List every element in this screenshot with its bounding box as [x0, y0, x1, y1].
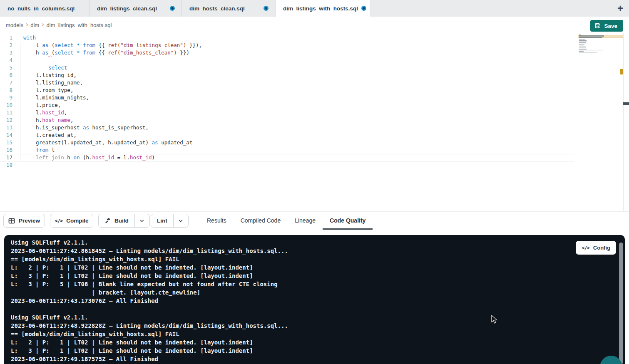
save-button[interactable]: Save [590, 20, 623, 32]
code-text: h.host_name, [12, 116, 73, 124]
minimap-row [578, 49, 623, 50]
minimap-row [578, 52, 623, 53]
code-tag-icon: </> [582, 245, 589, 251]
line-number: 6 [0, 72, 12, 79]
code-line-6[interactable]: 6 l.listing_id, [0, 72, 574, 79]
indent-guide [20, 42, 20, 161]
code-text: l as (select * from {{ ref("dim_listings… [12, 42, 202, 49]
panel-tab-bar: Results Compiled Code Lineage Code Quali… [200, 211, 373, 230]
code-line-10[interactable]: 10 l.price, [0, 102, 574, 109]
tab-compiled-code[interactable]: Compiled Code [234, 211, 288, 230]
line-number: 13 [0, 124, 12, 131]
lint-button[interactable]: Lint [151, 214, 173, 227]
tab-label: dim_listings_clean.sql [97, 5, 157, 12]
code-line-9[interactable]: 9 l.minimum_nights, [0, 94, 574, 102]
code-line-7[interactable]: 7 l.listing_name, [0, 79, 574, 87]
code-line-2[interactable]: 2 l as (select * from {{ ref("dim_listin… [0, 42, 574, 49]
code-text: left join h on (h.host_id = l.host_id) [12, 154, 155, 161]
tab-label: dim_hosts_clean.sql [189, 5, 245, 12]
line-number: 4 [0, 57, 12, 64]
preview-button[interactable]: Preview [3, 214, 45, 228]
compile-button[interactable]: </> Compile [50, 214, 93, 228]
code-text: l.room_type, [12, 87, 73, 94]
panel-tab-label: Compiled Code [241, 217, 281, 224]
preview-button-label: Preview [19, 218, 40, 224]
overview-ruler-cursor-marker[interactable] [623, 102, 629, 105]
tab-label: dim_listings_with_hosts.sql [283, 5, 358, 12]
code-line-15[interactable]: 15 greatest(l.updated_at, h.updated_at) … [0, 139, 574, 146]
build-options-button[interactable] [134, 214, 149, 227]
unsaved-changes-dot-icon [361, 6, 366, 11]
tab-dim-listings-clean[interactable]: dim_listings_clean.sql [90, 0, 182, 17]
code-line-11[interactable]: 11 l.host_id, [0, 109, 574, 116]
minimap-row [578, 35, 623, 37]
lint-options-button[interactable] [173, 214, 188, 227]
terminal-output-text: Using SQLFluff v2.1.1. 2023-06-06T11:27:… [11, 238, 288, 363]
new-tab-button[interactable]: + [614, 2, 627, 15]
minimap-row [578, 42, 623, 42]
code-text [12, 57, 23, 64]
lint-split-button: Lint [151, 214, 189, 228]
unsaved-changes-dot-icon [170, 6, 175, 11]
tab-no-nulls-in-columns[interactable]: no_nulls_in_columns.sql [0, 0, 90, 17]
overview-ruler-error-marker[interactable] [620, 69, 623, 74]
breadcrumb-segment-file: dim_listings_with_hosts.sql [47, 22, 112, 28]
code-text: with [12, 34, 36, 42]
minimap-row [578, 40, 623, 41]
line-number: 7 [0, 79, 12, 87]
tab-lineage[interactable]: Lineage [288, 211, 323, 230]
code-line-3[interactable]: 3 h as (select * from {{ ref("dim_hosts_… [0, 49, 574, 57]
minimap[interactable] [578, 35, 623, 54]
code-text: l.listing_name, [12, 79, 83, 87]
build-button[interactable]: Build [99, 214, 134, 227]
unsaved-changes-dot-icon [264, 6, 269, 11]
code-text: select [12, 64, 67, 72]
file-tab-bar: no_nulls_in_columns.sql dim_listings_cle… [0, 0, 629, 17]
code-line-18[interactable]: 18 [0, 161, 574, 169]
minimap-row [578, 35, 623, 35]
chevron-right-icon: › [42, 21, 44, 28]
chevron-right-icon: › [26, 21, 28, 28]
config-button-label: Config [593, 245, 610, 251]
terminal-scrollbar[interactable] [619, 243, 623, 364]
code-line-8[interactable]: 8 l.room_type, [0, 87, 574, 94]
minimap-row [578, 37, 623, 38]
code-line-5[interactable]: 5 select [0, 64, 574, 72]
code-text [12, 161, 23, 169]
line-number: 11 [0, 109, 12, 116]
line-number: 9 [0, 94, 12, 102]
code-line-1[interactable]: 1with [0, 34, 574, 42]
chevron-down-icon [139, 218, 145, 224]
code-line-4[interactable]: 4 [0, 57, 574, 64]
code-line-14[interactable]: 14 l.created_at, [0, 131, 574, 139]
code-line-13[interactable]: 13 h.is_superhost as host_is_superhost, [0, 124, 574, 131]
build-split-button: Build [98, 214, 150, 228]
editor-border [623, 33, 624, 211]
code-text: l.minimum_nights, [12, 94, 89, 102]
tab-dim-hosts-clean[interactable]: dim_hosts_clean.sql [182, 0, 276, 17]
line-number: 5 [0, 64, 12, 72]
line-number: 15 [0, 139, 12, 146]
tab-code-quality[interactable]: Code Quality [323, 211, 373, 230]
code-line-16[interactable]: 16 from l [0, 146, 574, 154]
code-text: h.is_superhost as host_is_superhost, [12, 124, 149, 131]
minimap-row [578, 53, 623, 54]
code-editor[interactable]: 1with2 l as (select * from {{ ref("dim_l… [0, 33, 629, 211]
code-text: h as (select * from {{ ref("dim_hosts_cl… [12, 49, 189, 57]
code-text: greatest(l.updated_at, h.updated_at) as … [12, 139, 192, 146]
code-text: l.created_at, [12, 131, 77, 139]
plus-icon: + [617, 2, 623, 14]
tab-label: no_nulls_in_columns.sql [7, 5, 75, 12]
line-number: 8 [0, 87, 12, 94]
tab-dim-listings-with-hosts[interactable]: dim_listings_with_hosts.sql [276, 0, 370, 17]
line-number: 16 [0, 146, 12, 154]
table-grid-icon [8, 218, 15, 224]
line-number: 1 [0, 34, 12, 42]
minimap-row [578, 45, 623, 45]
panel-tab-label: Results [207, 217, 226, 224]
code-line-12[interactable]: 12 h.host_name, [0, 116, 574, 124]
config-button[interactable]: </> Config [576, 241, 616, 255]
tab-results[interactable]: Results [200, 211, 234, 230]
minimap-row [578, 47, 623, 47]
code-line-17[interactable]: 17 left join h on (h.host_id = l.host_id… [0, 154, 574, 161]
